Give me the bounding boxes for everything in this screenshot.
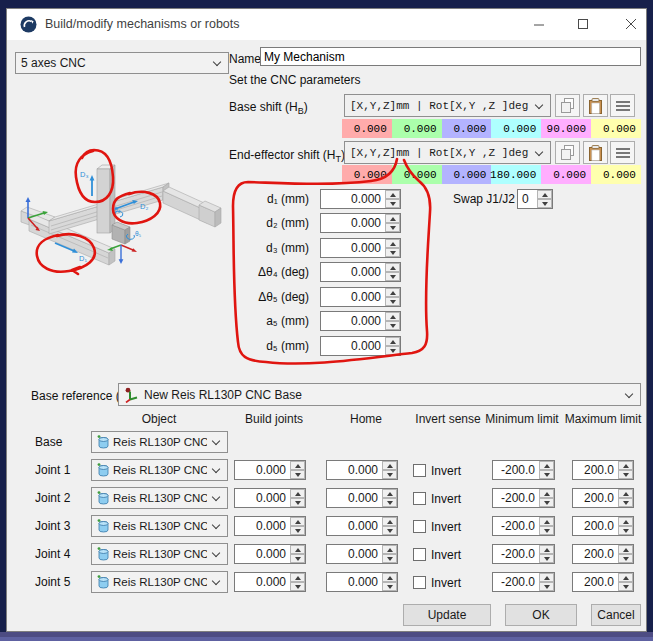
- spinner-buttons[interactable]: [537, 190, 552, 208]
- spinner-buttons[interactable]: [618, 545, 633, 563]
- spinner-buttons[interactable]: [290, 517, 305, 535]
- min-limit-joint5-spin[interactable]: -200.0: [492, 572, 555, 592]
- home-joint5-spin[interactable]: 0.000: [326, 572, 398, 592]
- max-limit-joint1-spin[interactable]: 200.0: [572, 460, 634, 480]
- swap-spin[interactable]: 0: [517, 189, 553, 209]
- invert-joint2-checkbox[interactable]: [413, 492, 426, 505]
- base-shift-y[interactable]: 0.000: [392, 119, 442, 138]
- param-spin-d1[interactable]: 0.000: [320, 189, 401, 209]
- spinner-buttons[interactable]: [539, 489, 554, 507]
- home-joint4-spin[interactable]: 0.000: [326, 544, 398, 564]
- spinner-buttons[interactable]: [618, 573, 633, 591]
- ee-shift-rx[interactable]: 180.000: [491, 165, 541, 184]
- close-button[interactable]: [612, 9, 650, 39]
- spinner-buttons[interactable]: [382, 517, 397, 535]
- spinner-buttons[interactable]: [539, 461, 554, 479]
- param-spin-d3[interactable]: 0.000: [320, 238, 401, 258]
- spinner-buttons[interactable]: [290, 461, 305, 479]
- base-shift-menu-button[interactable]: [610, 94, 635, 117]
- min-limit-joint4-spin[interactable]: -200.0: [492, 544, 555, 564]
- param-spin-d5[interactable]: 0.000: [320, 336, 401, 356]
- base-shift-format-select[interactable]: [X,Y,Z]mm | Rot[X,Y ,Z ]deg -: [344, 94, 551, 117]
- minimize-button[interactable]: [520, 9, 558, 39]
- base-shift-z[interactable]: 0.000: [442, 119, 492, 138]
- max-limit-joint3-spin[interactable]: 200.0: [572, 516, 634, 536]
- spinner-buttons[interactable]: [539, 573, 554, 591]
- param-spin-dtheta4[interactable]: 0.000: [320, 262, 401, 282]
- object-select-joint4[interactable]: Reis RL130P CNC-4: [91, 543, 228, 565]
- row-label-base: Base: [35, 435, 62, 449]
- spinner-buttons[interactable]: [385, 239, 400, 257]
- name-input[interactable]: [260, 47, 641, 66]
- invert-joint1-checkbox[interactable]: [413, 464, 426, 477]
- ee-shift-rz[interactable]: 0.000: [591, 165, 641, 184]
- invert-joint4-checkbox[interactable]: [413, 548, 426, 561]
- build-joint4-spin[interactable]: 0.000: [234, 544, 306, 564]
- update-button[interactable]: Update: [403, 604, 491, 626]
- base-reference-select[interactable]: New Reis RL130P CNC Base: [118, 383, 641, 406]
- spinner-buttons[interactable]: [539, 545, 554, 563]
- spinner-buttons[interactable]: [382, 573, 397, 591]
- spinner-buttons[interactable]: [539, 517, 554, 535]
- spinner-buttons[interactable]: [382, 489, 397, 507]
- param-spin-a5[interactable]: 0.000: [320, 311, 401, 331]
- paste-base-shift-button[interactable]: [583, 94, 608, 117]
- home-joint2-spin[interactable]: 0.000: [326, 488, 398, 508]
- maximize-button[interactable]: [564, 9, 602, 39]
- object-select-joint1[interactable]: Reis RL130P CNC-1: [91, 459, 228, 481]
- title-bar[interactable]: Build/modify mechanisms or robots: [7, 9, 646, 40]
- spinner-buttons[interactable]: [385, 190, 400, 208]
- spinner-buttons[interactable]: [290, 545, 305, 563]
- object-select-joint3[interactable]: Reis RL130P CNC-3: [91, 515, 228, 537]
- ee-shift-z[interactable]: 0.000: [442, 165, 492, 184]
- spinner-buttons[interactable]: [385, 288, 400, 306]
- spinner-buttons[interactable]: [385, 337, 400, 355]
- base-shift-ry[interactable]: 90.000: [541, 119, 591, 138]
- ee-shift-ry[interactable]: 0.000: [541, 165, 591, 184]
- ee-shift-x[interactable]: 0.000: [342, 165, 392, 184]
- base-shift-rz[interactable]: 0.000: [591, 119, 641, 138]
- chevron-down-icon: [536, 149, 544, 157]
- min-limit-joint3-spin[interactable]: -200.0: [492, 516, 555, 536]
- min-limit-joint1-spin[interactable]: -200.0: [492, 460, 555, 480]
- build-joint2-spin[interactable]: 0.000: [234, 488, 306, 508]
- paste-end-effector-button[interactable]: [583, 141, 608, 164]
- spinner-buttons[interactable]: [618, 489, 633, 507]
- copy-end-effector-button[interactable]: [555, 141, 580, 164]
- ee-shift-y[interactable]: 0.000: [392, 165, 442, 184]
- max-limit-joint2-spin[interactable]: 200.0: [572, 488, 634, 508]
- min-limit-joint2-spin[interactable]: -200.0: [492, 488, 555, 508]
- ok-button[interactable]: OK: [505, 604, 577, 626]
- home-joint3-spin[interactable]: 0.000: [326, 516, 398, 536]
- spinner-buttons[interactable]: [290, 489, 305, 507]
- param-spin-dtheta5[interactable]: 0.000: [320, 287, 401, 307]
- max-limit-joint5-spin[interactable]: 200.0: [572, 572, 634, 592]
- spinner-buttons[interactable]: [385, 214, 400, 232]
- robot-type-select[interactable]: 5 axes CNC: [15, 52, 229, 74]
- spinner-buttons[interactable]: [382, 545, 397, 563]
- invert-joint3-checkbox[interactable]: [413, 520, 426, 533]
- spinner-buttons[interactable]: [290, 573, 305, 591]
- object-select-joint2[interactable]: Reis RL130P CNC-2: [91, 487, 228, 509]
- end-effector-menu-button[interactable]: [610, 141, 635, 164]
- copy-base-shift-button[interactable]: [555, 94, 580, 117]
- end-effector-format-select[interactable]: [X,Y,Z]mm | Rot[X,Y ,Z ]deg -: [344, 141, 551, 164]
- base-shift-x[interactable]: 0.000: [342, 119, 392, 138]
- spinner-buttons[interactable]: [618, 461, 633, 479]
- spinner-buttons[interactable]: [618, 517, 633, 535]
- build-joint5-spin[interactable]: 0.000: [234, 572, 306, 592]
- spinner-buttons[interactable]: [385, 312, 400, 330]
- spinner-buttons[interactable]: [382, 461, 397, 479]
- build-joint1-spin[interactable]: 0.000: [234, 460, 306, 480]
- build-joint3-spin[interactable]: 0.000: [234, 516, 306, 536]
- object-select-base[interactable]: Reis RL130P CNC-0: [91, 431, 228, 453]
- spinner-buttons[interactable]: [385, 263, 400, 281]
- param-spin-d2[interactable]: 0.000: [320, 213, 401, 233]
- object-select-joint5[interactable]: Reis RL130P CNC-5: [91, 571, 228, 593]
- cancel-button[interactable]: Cancel: [591, 604, 641, 626]
- max-limit-joint4-spin[interactable]: 200.0: [572, 544, 634, 564]
- paste-icon: [589, 145, 602, 161]
- home-joint1-spin[interactable]: 0.000: [326, 460, 398, 480]
- invert-joint5-checkbox[interactable]: [413, 576, 426, 589]
- base-shift-rx[interactable]: 0.000: [491, 119, 541, 138]
